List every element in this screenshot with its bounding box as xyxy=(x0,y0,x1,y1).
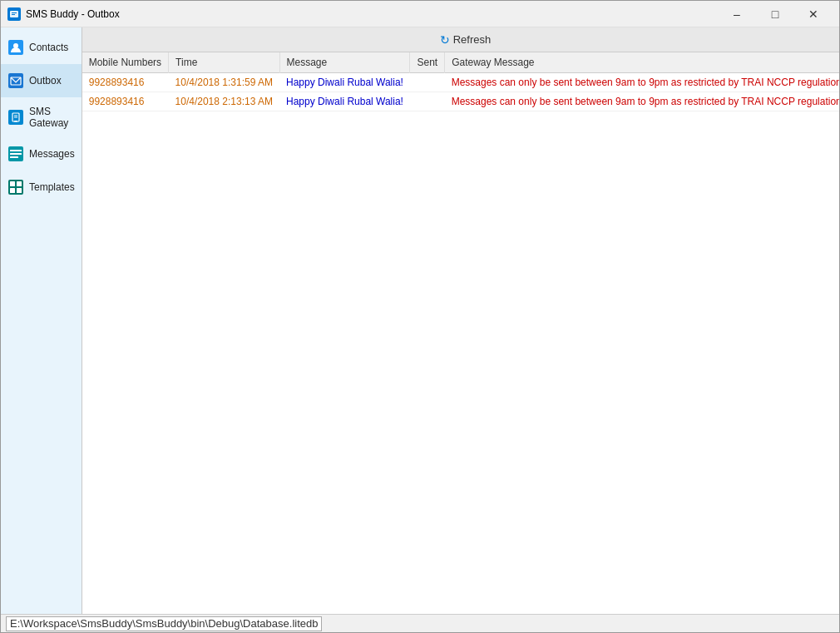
svg-rect-17 xyxy=(10,181,15,186)
sidebar: Contacts Outbox xyxy=(1,27,82,614)
svg-rect-2 xyxy=(12,14,15,15)
svg-rect-13 xyxy=(10,150,22,151)
app-body: Contacts Outbox xyxy=(1,27,839,614)
table-row: 992889341610/4/2018 1:31:59 AMHappy Diwa… xyxy=(82,73,839,92)
messages-label: Messages xyxy=(29,148,75,160)
col-header-gateway: Gateway Message xyxy=(445,52,839,73)
close-button[interactable]: ✕ xyxy=(794,1,833,27)
main-window: SMS Buddy - Outbox – □ ✕ Contacts xyxy=(0,0,840,633)
svg-rect-14 xyxy=(10,153,22,155)
outbox-label: Outbox xyxy=(29,75,62,87)
table-header-row: Mobile Numbers Time Message Sent Gateway… xyxy=(82,52,839,73)
table-body: 992889341610/4/2018 1:31:59 AMHappy Diwa… xyxy=(82,73,839,111)
sms-gateway-label: SMS Gateway xyxy=(29,106,75,129)
status-path: E:\Workspace\SmsBuddy\SmsBuddy\bin\Debug… xyxy=(6,616,322,631)
app-icon xyxy=(7,7,21,21)
svg-rect-9 xyxy=(14,121,17,122)
cell-sent xyxy=(410,92,445,111)
templates-label: Templates xyxy=(29,181,75,193)
title-bar: SMS Buddy - Outbox – □ ✕ xyxy=(1,1,839,27)
window-controls: – □ ✕ xyxy=(718,1,833,27)
sidebar-item-templates[interactable]: Templates xyxy=(1,171,82,204)
sidebar-item-sms-gateway[interactable]: SMS Gateway xyxy=(1,97,82,137)
toolbar: ↻ Refresh xyxy=(82,27,839,52)
outbox-table: Mobile Numbers Time Message Sent Gateway… xyxy=(82,52,839,111)
refresh-button[interactable]: ↻ Refresh xyxy=(432,31,500,49)
messages-icon xyxy=(7,146,24,162)
cell-mobile: 9928893416 xyxy=(82,73,169,92)
cell-gateway: Messages can only be sent between 9am to… xyxy=(445,92,839,111)
col-header-sent: Sent xyxy=(410,52,445,73)
svg-rect-18 xyxy=(17,181,22,186)
window-title: SMS Buddy - Outbox xyxy=(26,8,718,20)
status-bar: E:\Workspace\SmsBuddy\SmsBuddy\bin\Debug… xyxy=(1,614,839,632)
table-row: 992889341610/4/2018 2:13:13 AMHappy Diwa… xyxy=(82,92,839,111)
cell-time: 10/4/2018 1:31:59 AM xyxy=(169,73,279,92)
contacts-label: Contacts xyxy=(29,42,68,53)
cell-time: 10/4/2018 2:13:13 AM xyxy=(169,92,279,111)
cell-message: Happy Diwali Rubal Walia! xyxy=(279,73,410,92)
col-header-message: Message xyxy=(279,52,410,73)
data-table-area: Mobile Numbers Time Message Sent Gateway… xyxy=(82,52,839,614)
cell-message: Happy Diwali Rubal Walia! xyxy=(279,92,410,111)
minimize-button[interactable]: – xyxy=(718,1,756,27)
refresh-label: Refresh xyxy=(453,33,492,46)
sidebar-item-contacts[interactable]: Contacts xyxy=(1,31,82,64)
main-content: ↻ Refresh Mobile Numbers Time Message Se… xyxy=(82,27,839,614)
cell-mobile: 9928893416 xyxy=(82,92,169,111)
refresh-icon: ↻ xyxy=(440,33,450,47)
svg-rect-1 xyxy=(12,12,17,13)
sms-gateway-icon xyxy=(7,109,24,126)
contacts-icon xyxy=(7,39,24,56)
cell-sent xyxy=(410,73,445,92)
sidebar-item-outbox[interactable]: Outbox xyxy=(1,64,82,97)
svg-rect-20 xyxy=(17,188,22,193)
cell-gateway: Messages can only be sent between 9am to… xyxy=(445,73,839,92)
svg-rect-15 xyxy=(10,156,18,158)
sidebar-item-messages[interactable]: Messages xyxy=(1,137,82,171)
outbox-icon xyxy=(7,72,24,89)
templates-icon xyxy=(7,179,24,195)
col-header-mobile: Mobile Numbers xyxy=(82,52,169,73)
svg-rect-19 xyxy=(10,188,15,193)
col-header-time: Time xyxy=(169,52,279,73)
maximize-button[interactable]: □ xyxy=(756,1,794,27)
